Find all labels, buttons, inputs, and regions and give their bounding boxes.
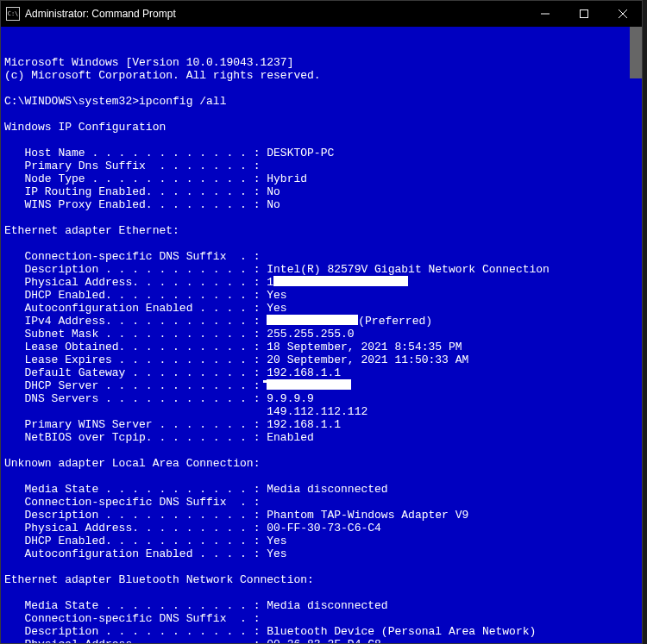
kv-row: NetBIOS over Tcpip. . . . . . . . : Enab… xyxy=(4,431,314,444)
kv-label: Description . . . . . . . . . . . : xyxy=(4,625,267,638)
kv-row: Description . . . . . . . . . . . : Blue… xyxy=(4,625,536,638)
window-controls xyxy=(525,1,642,27)
kv-value: 18 September, 2021 8:54:35 PM xyxy=(267,341,462,353)
banner-line: Microsoft Windows [Version 10.0.19043.12… xyxy=(4,56,293,69)
kv-value: Yes xyxy=(267,289,286,302)
kv-row: Connection-specific DNS Suffix . : xyxy=(4,496,260,509)
kv-value: 00-FF-30-73-C6-C4 xyxy=(267,522,381,535)
kv-label: Default Gateway . . . . . . . . . : xyxy=(4,366,267,379)
section-header: Windows IP Configuration xyxy=(4,121,166,134)
kv-label: Connection-specific DNS Suffix . : xyxy=(4,496,260,509)
kv-label: Autoconfiguration Enabled . . . . : xyxy=(4,547,267,560)
kv-row: Physical Address. . . . . . . . . : 00-F… xyxy=(4,522,381,535)
kv-value: Media disconnected xyxy=(267,599,387,612)
kv-row: IPv4 Address. . . . . . . . . . . : (Pre… xyxy=(4,315,432,328)
kv-label: Primary Dns Suffix . . . . . . . : xyxy=(4,159,260,172)
kv-row: Description . . . . . . . . . . . : Phan… xyxy=(4,509,468,522)
kv-label: DHCP Enabled. . . . . . . . . . . : xyxy=(4,535,267,547)
kv-row: Default Gateway . . . . . . . . . : 192.… xyxy=(4,366,418,379)
kv-row: Physical Address. . . . . . . . . : 00-2… xyxy=(4,638,381,643)
kv-value: 1 xyxy=(267,276,273,289)
prompt-line: C:\WINDOWS\system32>ipconfig /all xyxy=(4,95,226,108)
close-button[interactable] xyxy=(603,1,642,27)
kv-label: NetBIOS over Tcpip. . . . . . . . : xyxy=(4,431,267,444)
kv-row: DHCP Enabled. . . . . . . . . . . : Yes xyxy=(4,289,287,302)
scrollbar[interactable] xyxy=(630,27,642,78)
kv-row: WINS Proxy Enabled. . . . . . . . : No xyxy=(4,198,280,211)
kv-label: Media State . . . . . . . . . . . : xyxy=(4,483,267,496)
kv-label: Lease Expires . . . . . . . . . . : xyxy=(4,353,267,366)
kv-label: IPv4 Address. . . . . . . . . . . : xyxy=(4,315,267,328)
kv-value: Yes xyxy=(267,547,286,560)
kv-value: DESKTOP-PC xyxy=(267,147,334,159)
minimize-button[interactable] xyxy=(525,1,564,27)
kv-label: Connection-specific DNS Suffix . : xyxy=(4,250,260,263)
kv-label: Media State . . . . . . . . . . . : xyxy=(4,599,267,612)
kv-row: IP Routing Enabled. . . . . . . . : No xyxy=(4,185,280,198)
kv-row: Primary Dns Suffix . . . . . . . : xyxy=(4,159,260,172)
kv-label: WINS Proxy Enabled. . . . . . . . : xyxy=(4,198,267,211)
copyright-line: (c) Microsoft Corporation. All rights re… xyxy=(4,69,321,82)
kv-label: Primary WINS Server . . . . . . . : xyxy=(4,418,267,431)
cmd-icon: C:\ xyxy=(6,7,20,21)
kv-value: (Preferred) xyxy=(358,315,432,328)
kv-row: Autoconfiguration Enabled . . . . : Yes xyxy=(4,302,287,315)
kv-value: 00-26-83-2F-D4-C8 xyxy=(267,638,381,643)
kv-label: Physical Address. . . . . . . . . : xyxy=(4,276,267,289)
svg-rect-1 xyxy=(580,10,587,18)
kv-label: Lease Obtained. . . . . . . . . . : xyxy=(4,341,267,353)
kv-value: Bluetooth Device (Personal Area Network) xyxy=(267,625,536,638)
maximize-button[interactable] xyxy=(564,1,603,27)
kv-label: DHCP Server . . . . . . . . . . . : xyxy=(4,379,267,392)
kv-row: Primary WINS Server . . . . . . . : 192.… xyxy=(4,418,341,431)
kv-value: Hybrid xyxy=(267,172,307,185)
kv-label: Subnet Mask . . . . . . . . . . . : xyxy=(4,328,267,341)
kv-value: No xyxy=(267,198,280,211)
kv-label: Node Type . . . . . . . . . . . . : xyxy=(4,172,267,185)
titlebar[interactable]: C:\ Administrator: Command Prompt xyxy=(1,1,642,27)
kv-row: Host Name . . . . . . . . . . . . : DESK… xyxy=(4,147,334,159)
kv-row: 149.112.112.112 xyxy=(4,405,367,418)
section-header: Ethernet adapter Bluetooth Network Conne… xyxy=(4,573,314,586)
kv-row: Physical Address. . . . . . . . . : 1 xyxy=(4,276,408,289)
redacted-physical-address xyxy=(273,276,408,286)
kv-label: Description . . . . . . . . . . . : xyxy=(4,509,267,522)
kv-label: Description . . . . . . . . . . . : xyxy=(4,263,267,276)
kv-value: 20 September, 2021 11:50:33 AM xyxy=(267,353,468,366)
kv-label: IP Routing Enabled. . . . . . . . : xyxy=(4,185,267,198)
kv-label: Autoconfiguration Enabled . . . . : xyxy=(4,302,267,315)
kv-value: 255.255.255.0 xyxy=(267,328,354,341)
kv-row: Connection-specific DNS Suffix . : xyxy=(4,250,260,263)
terminal-output[interactable]: Microsoft Windows [Version 10.0.19043.12… xyxy=(1,27,642,643)
kv-row: Media State . . . . . . . . . . . : Medi… xyxy=(4,599,388,612)
kv-row: Lease Obtained. . . . . . . . . . : 18 S… xyxy=(4,341,462,353)
prompt: C:\WINDOWS\system32> xyxy=(4,95,139,108)
redacted-ipv4 xyxy=(267,315,358,325)
kv-label: Connection-specific DNS Suffix . : xyxy=(4,612,260,625)
kv-row: DHCP Enabled. . . . . . . . . . . : Yes xyxy=(4,535,287,547)
kv-value: Phantom TAP-Windows Adapter V9 xyxy=(267,509,468,522)
kv-label: Physical Address. . . . . . . . . : xyxy=(4,638,267,643)
kv-row: Node Type . . . . . . . . . . . . : Hybr… xyxy=(4,172,307,185)
kv-value: Enabled xyxy=(267,431,314,444)
kv-label: DHCP Enabled. . . . . . . . . . . : xyxy=(4,289,267,302)
section-header: Unknown adapter Local Area Connection: xyxy=(4,457,260,470)
kv-value: Yes xyxy=(267,535,286,547)
kv-value: No xyxy=(267,185,280,198)
kv-row: Subnet Mask . . . . . . . . . . . : 255.… xyxy=(4,328,355,341)
cmd-window: C:\ Administrator: Command Prompt Micros… xyxy=(0,0,643,644)
section-header: Ethernet adapter Ethernet: xyxy=(4,224,179,237)
window-title: Administrator: Command Prompt xyxy=(25,8,525,20)
kv-label: Host Name . . . . . . . . . . . . : xyxy=(4,147,267,159)
kv-label: DNS Servers . . . . . . . . . . . : xyxy=(4,392,267,405)
kv-row: Media State . . . . . . . . . . . : Medi… xyxy=(4,483,388,496)
kv-label: Physical Address. . . . . . . . . : xyxy=(4,522,267,535)
kv-value: Media disconnected xyxy=(267,483,387,496)
kv-row: Autoconfiguration Enabled . . . . : Yes xyxy=(4,547,287,560)
kv-row: Connection-specific DNS Suffix . : xyxy=(4,612,260,625)
kv-value: Intel(R) 82579V Gigabit Network Connecti… xyxy=(267,263,550,276)
command-text: ipconfig /all xyxy=(139,95,226,108)
kv-value: Yes xyxy=(267,302,286,315)
underline-mark xyxy=(263,380,341,383)
kv-value: 9.9.9.9 xyxy=(267,392,314,405)
